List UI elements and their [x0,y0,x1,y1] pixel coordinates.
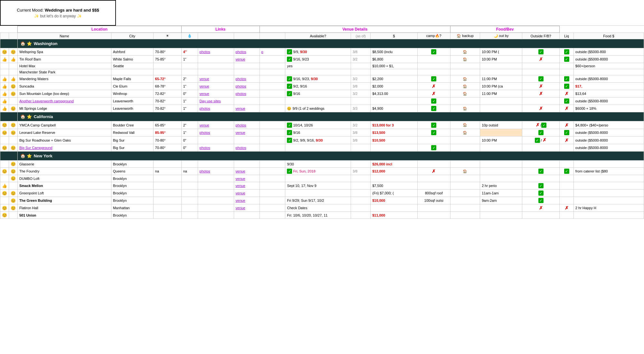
venue-link2-anchor[interactable]: venue [236,107,245,110]
venue-link3[interactable]: p [260,48,285,56]
venue-link2[interactable]: venue [234,105,260,112]
avail-check: ✓ [287,138,292,143]
venue-link2[interactable]: photos [234,48,260,56]
col-outside: Outside F/B? [522,33,559,39]
venue-name: Manchester State Park [18,69,111,75]
rank2 [9,98,18,105]
venue-outby [480,98,522,105]
table-row: 😊😊Flatiron HallManhattanvenueCheck Dates… [0,204,644,212]
venue-asof: 3/8 [351,83,370,90]
table-row: 👍Smack MellonBrooklynvenueSept 10, 17; N… [0,182,644,190]
venue-link2[interactable]: photos [234,83,260,90]
venue-link1-anchor[interactable]: photos [200,169,210,173]
table-row: 😊😊Big Sur CampgroundBig Sur70-80°0"photo… [0,144,644,152]
venue-cost: $11,000 [371,212,417,219]
venue-link1[interactable]: venue [198,83,234,90]
spreadsheet: Location Links Venue Details Food/Bev Na… [0,26,644,219]
venue-link1[interactable]: photos [198,129,234,136]
venue-link2-anchor[interactable]: venue [236,206,245,210]
venue-link2[interactable]: venue [234,175,260,182]
venue-link1-anchor[interactable]: photos [200,107,210,110]
venue-link1-anchor[interactable]: photos [200,50,210,54]
venue-link2-anchor[interactable]: photos [236,84,246,88]
venue-asof [351,204,370,212]
venue-link1-anchor[interactable]: venue [200,77,209,81]
venue-link2[interactable]: photos [234,90,260,98]
venue-outside-fb [522,144,559,152]
checkmark-icon: ✓ [431,130,436,135]
venue-link1[interactable]: venue [198,90,234,98]
venue-link3-anchor[interactable]: p [261,50,263,54]
venue-camp: ✓ [417,75,450,83]
venue-backup: 🏠 [450,48,480,56]
venue-link1-anchor[interactable]: Day use sites [200,99,221,103]
group-food: Food/Bev [450,26,559,33]
venue-city: Brooklyn [111,212,153,219]
venue-outby: 10p outsid [480,121,522,129]
venue-temp: 70-82° [153,105,181,112]
venue-link1-anchor[interactable]: photos [200,146,210,150]
venue-outby: 11:00 PM [480,75,522,83]
venue-city: Brooklyn [111,175,153,182]
venue-link2-anchor[interactable]: venue [236,191,245,195]
venue-link2[interactable]: venue [234,204,260,212]
rank2 [9,212,18,219]
checkmark-icon: ✓ [431,106,436,111]
venue-backup: 🏠 [450,75,480,83]
venue-link2 [234,212,260,219]
venue-link2-anchor[interactable]: venue [236,169,245,173]
venue-link2[interactable]: photos [234,144,260,152]
x-icon: ✗ [535,122,540,127]
venue-link1[interactable]: photos [198,168,234,175]
venue-link2-anchor[interactable]: venue [236,131,245,135]
venue-link2[interactable]: venue [234,56,260,63]
venue-link1[interactable]: photos [198,144,234,152]
venue-name[interactable]: Big Sur Campground [18,144,111,152]
venue-link2-anchor[interactable]: venue [236,177,245,181]
venue-outside-fb [522,98,559,105]
venue-link3 [260,136,285,144]
venue-link3 [260,56,285,63]
venue-link2[interactable]: venue [234,182,260,190]
venue-link2-anchor[interactable]: venue [236,184,245,188]
rank1 [0,136,9,144]
venue-link2[interactable]: venue [234,168,260,175]
venue-link1-anchor[interactable]: venue [200,123,209,127]
venue-link1[interactable]: photos [198,48,234,56]
venue-name[interactable]: Another Leavenworth campground [18,98,111,105]
venue-link2-anchor[interactable]: venue [236,199,245,202]
venue-link2-anchor[interactable]: venue [236,57,245,61]
venue-link[interactable]: Big Sur Campground [19,146,52,150]
venue-link2[interactable]: photos [234,75,260,83]
venue-link3 [260,105,285,112]
venue-camp: ✓ [417,129,450,136]
venue-link2[interactable]: venue [234,197,260,204]
venue-link1[interactable]: photos [198,105,234,112]
checkmark-icon: ✓ [431,123,436,128]
venue-link2-anchor[interactable]: photos [236,146,246,150]
rank2: 😊 [9,161,18,168]
venue-backup [450,69,480,75]
venue-link1[interactable]: Day use sites [198,98,234,105]
venue-link2-anchor[interactable]: photos [236,123,246,127]
venue-link2-anchor[interactable]: photos [236,77,246,81]
venue-link2[interactable]: venue [234,129,260,136]
rank1: 😊 [0,212,9,219]
venue-availability: Fri 9/29; Sun 9/17, 10/2 [285,197,351,204]
venue-link2[interactable]: venue [234,190,260,197]
venue-link1[interactable]: venue [198,75,234,83]
venue-liq: ✓ [560,168,574,175]
venue-link2-anchor[interactable]: photos [236,50,246,54]
venue-food: outside ($5000-8000 [573,56,644,63]
venue-link1-anchor[interactable]: photos [200,131,210,135]
venue-link1-anchor[interactable]: venue [200,92,209,96]
venue-temp [153,190,181,197]
venue-link1[interactable]: venue [198,121,234,129]
venue-link[interactable]: Another Leavenworth campground [19,99,74,103]
venue-asof: 3/2 [351,75,370,83]
checkmark-icon: ✓ [564,84,569,89]
venue-link2-anchor[interactable]: photos [236,92,246,96]
venue-link2[interactable]: photos [234,121,260,129]
venue-rain: 1" [181,105,198,112]
venue-link1-anchor[interactable]: venue [200,84,209,88]
